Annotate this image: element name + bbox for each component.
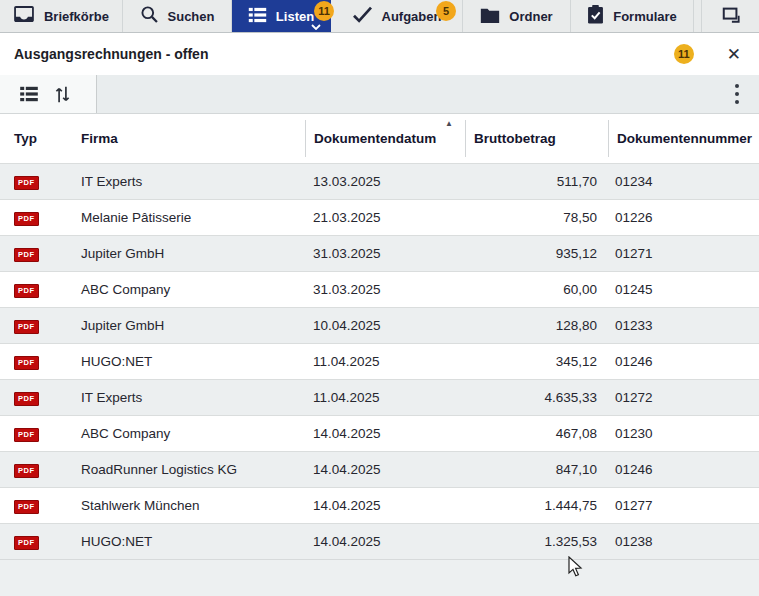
cell-firma: Stahlwerk München (81, 498, 305, 513)
toolbar-item-aufgaben[interactable]: Aufgaben 5 (331, 0, 463, 32)
cell-dokumentennummer: 01246 (608, 354, 759, 369)
table-row[interactable]: PDF ABC Company 31.03.2025 60,00 01245 (0, 271, 759, 307)
toolbar-item-label: Listen (276, 9, 314, 24)
table-row[interactable]: PDF HUGO:NET 11.04.2025 345,12 01246 (0, 343, 759, 379)
cell-dokumentendatum: 13.03.2025 (305, 174, 465, 189)
cell-dokumentendatum: 14.04.2025 (305, 462, 465, 477)
pdf-icon: PDF (14, 464, 39, 478)
restore-window-icon (720, 5, 742, 28)
cell-bruttobetrag: 511,70 (465, 174, 608, 189)
toolbar-item-ordner[interactable]: Ordner (463, 0, 571, 32)
pdf-icon: PDF (14, 284, 39, 298)
pdf-icon: PDF (14, 392, 39, 406)
search-icon (140, 5, 159, 27)
table-row[interactable]: PDF ABC Company 14.04.2025 467,08 01230 (0, 415, 759, 451)
cell-dokumentennummer: 01233 (608, 318, 759, 333)
cell-dokumentennummer: 01245 (608, 282, 759, 297)
folder-icon (480, 7, 500, 26)
list-view-icon[interactable] (19, 86, 39, 102)
column-header-dokumentennummer[interactable]: Dokumentennummer (608, 120, 759, 157)
cell-firma: Jupiter GmbH (81, 318, 305, 333)
cell-bruttobetrag: 847,10 (465, 462, 608, 477)
cell-typ: PDF (14, 209, 81, 226)
table-row[interactable]: PDF HUGO:NET 14.04.2025 1.325,53 01238 (0, 523, 759, 559)
column-header-typ[interactable]: Typ (14, 120, 81, 157)
cell-firma: RoadRunner Logistics KG (81, 462, 305, 477)
cell-dokumentendatum: 21.03.2025 (305, 210, 465, 225)
sort-arrows-icon[interactable] (54, 85, 71, 104)
table-row[interactable]: PDF Stahlwerk München 14.04.2025 1.444,7… (0, 487, 759, 523)
toolbar-item-label: Aufgaben (382, 9, 442, 24)
cell-bruttobetrag: 60,00 (465, 282, 608, 297)
restore-window-button[interactable] (701, 0, 759, 32)
cell-dokumentendatum: 31.03.2025 (305, 246, 465, 261)
cell-dokumentennummer: 01271 (608, 246, 759, 261)
cell-dokumentennummer: 01230 (608, 426, 759, 441)
pdf-icon: PDF (14, 248, 39, 262)
document-management-window: Briefkörbe Suchen Listen 11 Aufgaben 5 (0, 0, 759, 596)
cell-bruttobetrag: 78,50 (465, 210, 608, 225)
pdf-icon: PDF (14, 176, 39, 190)
toolbar-item-briefkoerbe[interactable]: Briefkörbe (0, 0, 123, 32)
cell-dokumentennummer: 01226 (608, 210, 759, 225)
cell-firma: Melanie Pâtisserie (81, 210, 305, 225)
toolbar-item-formulare[interactable]: Formulare (571, 0, 694, 32)
cell-firma: HUGO:NET (81, 354, 305, 369)
toolbar-item-label: Briefkörbe (44, 9, 109, 24)
cell-typ: PDF (14, 317, 81, 334)
column-header-firma[interactable]: Firma (81, 120, 305, 157)
list-toolbar (0, 75, 759, 114)
cell-dokumentendatum: 10.04.2025 (305, 318, 465, 333)
list-toolbar-right-group (730, 81, 759, 107)
cell-typ: PDF (14, 353, 81, 370)
cell-firma: ABC Company (81, 282, 305, 297)
cell-bruttobetrag: 467,08 (465, 426, 608, 441)
cell-dokumentendatum: 14.04.2025 (305, 534, 465, 549)
cell-dokumentennummer: 01277 (608, 498, 759, 513)
table-row[interactable]: PDF Jupiter GmbH 31.03.2025 935,12 01271 (0, 235, 759, 271)
cell-firma: IT Experts (81, 174, 305, 189)
toolbar-item-label: Ordner (509, 9, 552, 24)
aufgaben-count-badge: 5 (436, 1, 456, 21)
cell-dokumentennummer: 01246 (608, 462, 759, 477)
cell-typ: PDF (14, 281, 81, 298)
cell-dokumentennummer: 01234 (608, 174, 759, 189)
cell-firma: ABC Company (81, 426, 305, 441)
cell-typ: PDF (14, 245, 81, 262)
pdf-icon: PDF (14, 212, 39, 226)
column-header-label: Dokumentendatum (314, 131, 436, 146)
pdf-icon: PDF (14, 428, 39, 442)
table-row[interactable]: PDF RoadRunner Logistics KG 14.04.2025 8… (0, 451, 759, 487)
toolbar-item-label: Suchen (168, 9, 215, 24)
table-body: PDF IT Experts 13.03.2025 511,70 01234 P… (0, 163, 759, 559)
cell-dokumentennummer: 01272 (608, 390, 759, 405)
column-header-dokumentendatum[interactable]: Dokumentendatum ▲ (305, 120, 465, 157)
cell-bruttobetrag: 1.325,53 (465, 534, 608, 549)
pdf-icon: PDF (14, 500, 39, 514)
panel-header: Ausgangsrechnungen - offen 11 ✕ (0, 33, 759, 75)
cell-dokumentendatum: 14.04.2025 (305, 426, 465, 441)
table-row[interactable]: PDF IT Experts 11.04.2025 4.635,33 01272 (0, 379, 759, 415)
cell-bruttobetrag: 4.635,33 (465, 390, 608, 405)
table-row[interactable]: PDF Melanie Pâtisserie 21.03.2025 78,50 … (0, 199, 759, 235)
table-row[interactable]: PDF IT Experts 13.03.2025 511,70 01234 (0, 163, 759, 199)
table-row[interactable]: PDF Jupiter GmbH 10.04.2025 128,80 01233 (0, 307, 759, 343)
close-icon[interactable]: ✕ (723, 44, 745, 65)
inbox-icon (13, 6, 35, 26)
column-header-bruttobetrag[interactable]: Bruttobetrag (465, 120, 608, 157)
cell-dokumentendatum: 11.04.2025 (305, 354, 465, 369)
toolbar-item-listen[interactable]: Listen 11 (232, 0, 331, 32)
page-title: Ausgangsrechnungen - offen (14, 46, 674, 62)
chevron-down-icon (311, 24, 321, 30)
cell-typ: PDF (14, 173, 81, 190)
cell-typ: PDF (14, 461, 81, 478)
cell-firma: IT Experts (81, 390, 305, 405)
cell-bruttobetrag: 935,12 (465, 246, 608, 261)
table-header: Typ Firma Dokumentendatum ▲ Bruttobetrag… (0, 114, 759, 163)
cell-typ: PDF (14, 389, 81, 406)
toolbar-item-suchen[interactable]: Suchen (123, 0, 232, 32)
cell-firma: Jupiter GmbH (81, 246, 305, 261)
kebab-menu-icon[interactable] (730, 81, 744, 107)
toolbar-spacer (694, 0, 701, 32)
cell-bruttobetrag: 345,12 (465, 354, 608, 369)
